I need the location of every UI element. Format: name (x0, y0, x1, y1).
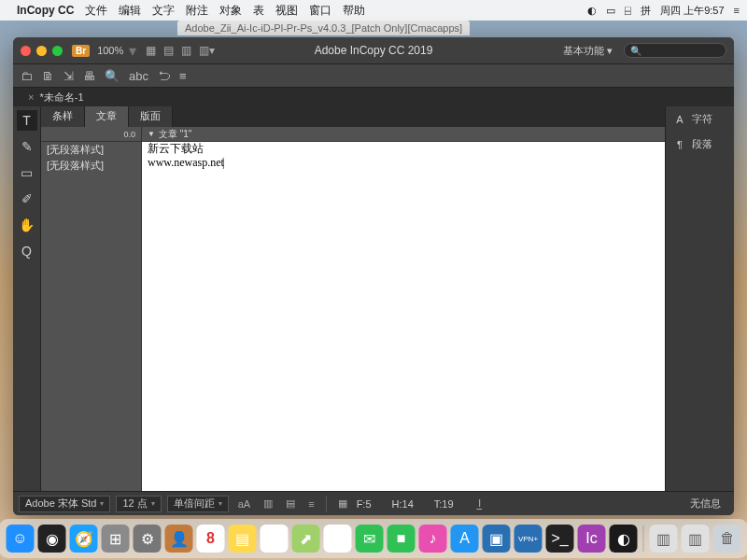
paragraph-panel[interactable]: ¶ 段落 (666, 132, 734, 157)
leading-field[interactable]: 单倍间距▾ (167, 496, 229, 512)
dock-notepad[interactable]: ▤ (229, 525, 257, 553)
search-input[interactable]: 🔍 (624, 43, 726, 58)
dock-facetime[interactable]: ■ (388, 525, 416, 553)
frame-tool[interactable]: ▭ (17, 162, 37, 183)
notification-center-icon[interactable]: ≡ (734, 5, 740, 16)
dock-messages[interactable]: ✉ (356, 525, 384, 553)
view-options-icon[interactable]: ≡ (304, 498, 317, 510)
print-icon[interactable]: 🖶 (83, 69, 95, 83)
style-column-header: 0.0 (41, 127, 141, 142)
ime-indicator[interactable]: 拼 (641, 4, 651, 18)
story-text-column[interactable]: ▼ 文章 "1" 新云下载站 www.newasp.net (142, 127, 665, 491)
dock-launchpad[interactable]: ⊞ (102, 525, 130, 553)
find-icon[interactable]: 🔍 (105, 69, 120, 83)
dock-maps[interactable]: ⬈ (292, 525, 320, 553)
tab-story[interactable]: 文章 (85, 106, 129, 127)
type-tool[interactable]: T (17, 110, 37, 131)
tab-layout[interactable]: 版面 (129, 106, 173, 127)
eyedropper-tool[interactable]: ✐ (17, 189, 37, 209)
dock-itunes[interactable]: ♪ (419, 525, 447, 553)
traffic-lights (21, 46, 63, 56)
dock-siri[interactable]: ◉ (38, 525, 66, 553)
text-line[interactable]: 新云下载站 (142, 142, 665, 156)
arrange-icon[interactable]: ▥▾ (199, 44, 215, 57)
hand-tool[interactable]: ✋ (17, 215, 37, 235)
dock-pictures[interactable]: ▥ (682, 525, 710, 553)
dock-terminal[interactable]: >_ (546, 525, 574, 553)
spell-check-icon[interactable]: abc (129, 69, 148, 83)
dock-safari[interactable]: 🧭 (70, 525, 98, 553)
document-tab[interactable]: × *未命名-1 (21, 89, 92, 106)
dock-contacts[interactable]: 👤 (165, 525, 193, 553)
toolbar-overflow-icon[interactable]: ≡ (179, 69, 187, 83)
dock-finder[interactable]: ☺ (7, 525, 35, 553)
menu-object[interactable]: 对象 (219, 3, 242, 19)
menu-view[interactable]: 视图 (275, 3, 298, 19)
dock-incopy[interactable]: Ic (578, 525, 606, 553)
show-styles-toggle[interactable]: ▤ (282, 497, 299, 510)
style-row[interactable]: [无段落样式] (41, 142, 141, 158)
fullscreen-button[interactable] (52, 46, 63, 56)
zoom-level[interactable]: 100% (97, 45, 123, 56)
right-panel-dock: A 字符 ¶ 段落 (665, 106, 734, 491)
secondary-toolbar: 🗀 🗎 ⇲ 🖶 🔍 abc ⮌ ≡ (13, 63, 734, 88)
menu-table[interactable]: 表 (253, 3, 264, 19)
copyfit-f: F:5 (357, 498, 372, 510)
view-mode-tabs: 条样 文章 版面 (41, 106, 665, 127)
menu-help[interactable]: 帮助 (343, 3, 365, 19)
tool-palette: T ✎ ▭ ✐ ✋ Q (13, 106, 41, 491)
dock-preview[interactable]: ▣ (483, 525, 511, 553)
zoom-tool[interactable]: Q (17, 241, 37, 261)
character-panel[interactable]: A 字符 (666, 106, 734, 132)
copyfit-icon[interactable]: ▦ (334, 497, 351, 510)
dropdown-arrow-icon[interactable]: ▾ (129, 42, 136, 60)
dock-photos[interactable]: ✿ (324, 525, 352, 553)
app-menu[interactable]: InCopy CC (17, 4, 74, 17)
view-mode-c-icon[interactable]: ▥ (181, 44, 191, 57)
workspace-switcher[interactable]: 基本功能 ▾ (557, 42, 618, 60)
dock-creative-cloud[interactable]: ◐ (610, 525, 638, 553)
text-stats-icon[interactable]: I̲ (474, 497, 485, 510)
font-size-field[interactable]: 12 点▾ (116, 496, 161, 512)
view-mode-a-icon[interactable]: ▦ (146, 44, 156, 57)
menu-edit[interactable]: 编辑 (119, 3, 141, 19)
clock[interactable]: 周四 上午9:57 (660, 4, 724, 18)
check-in-icon[interactable]: ⇲ (63, 69, 74, 83)
minimize-button[interactable] (36, 46, 47, 56)
dock-vpn[interactable]: VPN+ (514, 525, 543, 553)
close-button[interactable] (21, 46, 31, 56)
copyfit-h: H:14 (392, 498, 414, 510)
menu-window[interactable]: 窗口 (309, 3, 331, 19)
dock-appstore[interactable]: A (451, 525, 479, 553)
window-title: Adobe InCopy CC 2019 (315, 44, 433, 57)
dock-downloads[interactable]: ▥ (650, 525, 678, 553)
disclosure-triangle-icon[interactable]: ▼ (148, 130, 155, 138)
story-title-bar[interactable]: ▼ 文章 "1" (142, 127, 665, 142)
track-changes-icon[interactable]: ⮌ (158, 69, 170, 83)
dock-calendar[interactable]: 8 (197, 525, 225, 553)
dock-preferences[interactable]: ⚙ (134, 525, 162, 553)
open-icon[interactable]: 🗀 (21, 69, 33, 83)
bridge-button[interactable]: Br (72, 45, 90, 57)
save-icon[interactable]: 🗎 (42, 69, 54, 83)
dock-trash[interactable]: 🗑 (713, 525, 741, 553)
note-tool[interactable]: ✎ (17, 136, 37, 157)
story-editor-area: 0.0 [无段落样式] [无段落样式] ▼ 文章 "1" 新云下载站 www.n… (41, 127, 665, 491)
menu-notes[interactable]: 附注 (186, 3, 208, 19)
panel-label: 段落 (692, 137, 712, 151)
font-family-field[interactable]: Adobe 宋体 Std▾ (19, 496, 110, 512)
status-info-text: 无信息 (690, 497, 721, 511)
close-tab-icon[interactable]: × (28, 91, 34, 103)
view-mode-b-icon[interactable]: ▤ (163, 44, 174, 57)
style-row[interactable]: [无段落样式] (41, 158, 141, 174)
text-line[interactable]: www.newasp.net (142, 156, 665, 170)
display-icon[interactable]: ▭ (606, 5, 615, 17)
tab-galley[interactable]: 条样 (41, 106, 85, 127)
anti-alias-icon[interactable]: aA (234, 498, 254, 510)
dock-notes[interactable]: ✎ (261, 525, 289, 553)
menu-file[interactable]: 文件 (85, 3, 107, 19)
screen-mirror-icon[interactable]: ⌸ (625, 5, 631, 16)
cc-status-icon[interactable]: ◐ (587, 5, 597, 17)
column-options-icon[interactable]: ▥ (260, 497, 276, 510)
menu-type[interactable]: 文字 (152, 3, 175, 19)
